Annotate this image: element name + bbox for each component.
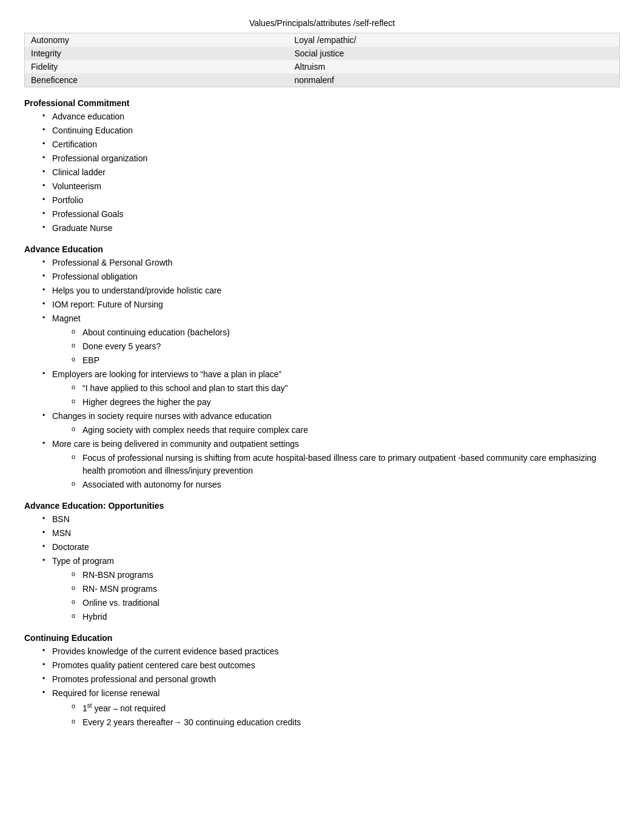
sub-list-item: Every 2 years thereafter→ 30 continuing …: [70, 716, 620, 729]
sub-list-item: RN- MSN programs: [70, 583, 620, 595]
page-title: Values/Principals/attributes /self-refle…: [24, 18, 620, 28]
list-item: Certification: [42, 138, 620, 151]
sub-list: About continuing education (bachelors)Do…: [52, 326, 620, 367]
list-item: Helps you to understand/provide holistic…: [42, 284, 620, 297]
sub-list-item: Hybrid: [70, 611, 620, 623]
section-list-professional-commitment: Advance educationContinuing EducationCer…: [24, 110, 620, 235]
section-heading-continuing-education: Continuing Education: [24, 633, 620, 643]
sub-list-item: Focus of professional nursing is shiftin…: [70, 452, 620, 477]
list-item: Promotes professional and personal growt…: [42, 673, 620, 686]
sub-list-item: EBP: [70, 354, 620, 367]
list-item: Professional Goals: [42, 208, 620, 221]
list-item: Professional organization: [42, 152, 620, 165]
values-cell-right: Altruism: [289, 60, 620, 73]
sub-list: Focus of professional nursing is shiftin…: [52, 452, 620, 491]
sub-list-item: Aging society with complex needs that re…: [70, 424, 620, 437]
list-item: Portfolio: [42, 194, 620, 207]
list-item: Employers are looking for interviews to …: [42, 368, 620, 409]
list-item: BSN: [42, 513, 620, 526]
list-item: MSN: [42, 527, 620, 540]
values-cell-right: nonmalenf: [289, 73, 620, 87]
section-heading-professional-commitment: Professional Commitment: [24, 98, 620, 108]
list-item: Continuing Education: [42, 124, 620, 137]
sub-list: Aging society with complex needs that re…: [52, 424, 620, 437]
section-continuing-education: Continuing EducationProvides knowledge o…: [24, 633, 620, 729]
list-item: Graduate Nurse: [42, 222, 620, 235]
list-item: Provides knowledge of the current eviden…: [42, 645, 620, 658]
list-item: Advance education: [42, 110, 620, 123]
sub-list: RN-BSN programsRN- MSN programsOnline vs…: [52, 569, 620, 623]
list-item: Professional obligation: [42, 270, 620, 283]
list-item: Clinical ladder: [42, 166, 620, 179]
sub-list-item: About continuing education (bachelors): [70, 326, 620, 339]
values-table: AutonomyLoyal /empathic/IntegritySocial …: [24, 33, 620, 87]
values-cell-left: Integrity: [25, 47, 289, 60]
values-cell-right: Loyal /empathic/: [289, 33, 620, 47]
list-item: Volunteerism: [42, 180, 620, 193]
list-item: Required for license renewal1st year – n…: [42, 687, 620, 729]
values-cell-left: Fidelity: [25, 60, 289, 73]
section-list-advance-education-opportunities: BSNMSNDoctorateType of programRN-BSN pro…: [24, 513, 620, 623]
sub-list-item: 1st year – not required: [70, 701, 620, 715]
values-cell-left: Autonomy: [25, 33, 289, 47]
list-item: Professional & Personal Growth: [42, 257, 620, 269]
sub-list: 1st year – not requiredEvery 2 years the…: [52, 701, 620, 729]
section-advance-education: Advance EducationProfessional & Personal…: [24, 244, 620, 491]
section-heading-advance-education-opportunities: Advance Education: Opportunities: [24, 501, 620, 511]
section-list-continuing-education: Provides knowledge of the current eviden…: [24, 645, 620, 729]
list-item: IOM report: Future of Nursing: [42, 298, 620, 311]
list-item: MagnetAbout continuing education (bachel…: [42, 312, 620, 367]
sub-list-item: Done every 5 years?: [70, 340, 620, 353]
sub-list-item: Higher degrees the higher the pay: [70, 396, 620, 409]
sub-list: “I have applied to this school and plan …: [52, 382, 620, 409]
section-professional-commitment: Professional CommitmentAdvance education…: [24, 98, 620, 235]
list-item: Doctorate: [42, 541, 620, 554]
section-advance-education-opportunities: Advance Education: OpportunitiesBSNMSNDo…: [24, 501, 620, 623]
sub-list-item: RN-BSN programs: [70, 569, 620, 582]
sub-list-item: Online vs. traditional: [70, 597, 620, 609]
list-item: Type of programRN-BSN programsRN- MSN pr…: [42, 555, 620, 623]
section-heading-advance-education: Advance Education: [24, 244, 620, 254]
values-cell-right: Social justice: [289, 47, 620, 60]
section-list-advance-education: Professional & Personal GrowthProfession…: [24, 257, 620, 491]
list-item: Promotes quality patient centered care b…: [42, 659, 620, 672]
list-item: More care is being delivered in communit…: [42, 438, 620, 491]
sub-list-item: Associated with autonomy for nurses: [70, 478, 620, 491]
values-cell-left: Beneficence: [25, 73, 289, 87]
list-item: Changes in society require nurses with a…: [42, 410, 620, 437]
sub-list-item: “I have applied to this school and plan …: [70, 382, 620, 395]
